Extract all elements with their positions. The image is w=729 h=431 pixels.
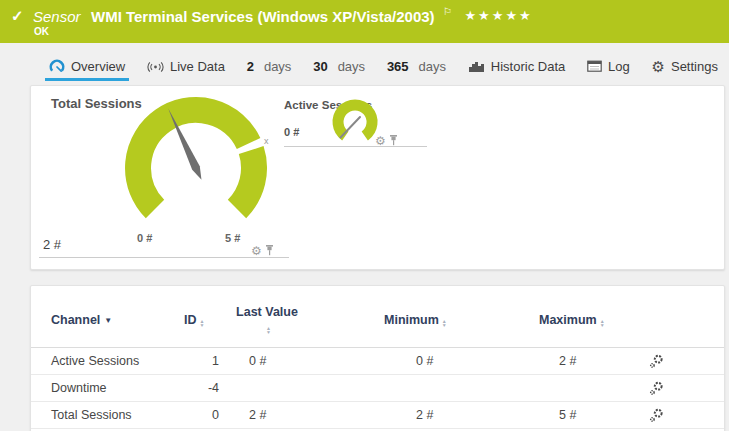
table-row: Downtime -4 — [31, 375, 724, 402]
gear-icon[interactable]: ⚙ — [251, 245, 262, 257]
live-signal-icon — [147, 60, 164, 74]
column-header-maximum[interactable]: Maximum▲▼ — [539, 313, 605, 327]
channel-name-link[interactable]: Total Sessions — [51, 402, 132, 429]
active-sessions-current-value: 0 # — [284, 126, 299, 138]
tab-label: Log — [608, 59, 630, 74]
column-header-last-value[interactable]: Last Value▲▼ — [236, 305, 298, 335]
gauge-icon — [49, 59, 65, 74]
channel-name-link[interactable]: Downtime — [51, 375, 107, 402]
histogram-icon — [468, 60, 485, 73]
channel-last-value: 0 # — [249, 348, 266, 375]
sensor-kind-label: Sensor — [33, 8, 81, 25]
column-header-channel[interactable]: Channel▼ — [51, 313, 112, 327]
channel-name-link[interactable]: Active Sessions — [51, 348, 139, 375]
sort-desc-icon: ▼ — [104, 316, 112, 325]
tab-live-data[interactable]: Live Data — [143, 54, 229, 81]
total-gauge-toolbar: ⚙ — [251, 242, 274, 260]
flag-icon[interactable]: ⚐ — [443, 6, 452, 17]
column-label: Channel — [51, 313, 100, 327]
column-label: Minimum — [384, 313, 439, 327]
check-icon: ✓ — [11, 7, 24, 25]
total-sessions-current-value: 2 # — [43, 237, 61, 252]
channel-last-value: 2 # — [249, 402, 266, 429]
title-row: Sensor WMI Terminal Services (Windows XP… — [33, 6, 533, 26]
tab-overview[interactable]: Overview — [45, 54, 129, 81]
column-header-id[interactable]: ID▲▼ — [184, 313, 204, 327]
tab-settings[interactable]: ⚙ Settings — [648, 54, 722, 81]
tab-number: 365 — [387, 59, 409, 74]
tab-label: Live Data — [170, 59, 225, 74]
column-label: Maximum — [539, 313, 597, 327]
active-gauge-toolbar: ⚙ — [375, 132, 398, 150]
gauge-scale-max: 5 # — [225, 232, 240, 244]
channel-settings-icon[interactable] — [649, 381, 664, 399]
gauge-scale-min: 0 # — [137, 232, 152, 244]
sort-icon: ▲▼ — [266, 326, 271, 334]
tab-30-days[interactable]: 30days — [309, 54, 369, 81]
tab-historic-data[interactable]: Historic Data — [464, 54, 569, 81]
channel-maximum: 5 # — [559, 402, 576, 429]
priority-stars[interactable]: ★★★★★ — [464, 8, 532, 23]
channel-minimum: 0 # — [416, 348, 433, 375]
tab-label: days — [264, 59, 291, 74]
column-label: Last Value — [236, 305, 298, 319]
table-row: Total Sessions 0 2 # 2 # 5 # — [31, 402, 724, 429]
channel-maximum: 2 # — [559, 348, 576, 375]
tab-365-days[interactable]: 365days — [383, 54, 450, 81]
pin-icon[interactable] — [389, 132, 398, 150]
overview-gauges-panel: Total Sessions x 0 # 5 # 2 # ⚙ Active Se… — [30, 85, 725, 270]
table-row: Active Sessions 1 0 # 0 # 2 # — [31, 348, 724, 375]
channel-id: 0 — [181, 402, 219, 429]
column-header-minimum[interactable]: Minimum▲▼ — [384, 313, 447, 327]
sort-icon: ▲▼ — [200, 319, 205, 327]
tab-label: Overview — [71, 59, 125, 74]
channel-id: 1 — [181, 348, 219, 375]
tab-2-days[interactable]: 2days — [243, 54, 296, 81]
tab-number: 30 — [313, 59, 327, 74]
tab-log[interactable]: Log — [583, 54, 634, 81]
channel-settings-icon[interactable] — [649, 354, 664, 372]
sensor-status-header: ✓ Sensor WMI Terminal Services (Windows … — [0, 0, 729, 43]
log-icon — [587, 60, 602, 73]
channel-id: -4 — [181, 375, 219, 402]
tab-number: 2 — [247, 59, 254, 74]
page-title: WMI Terminal Services (Windows XP/Vista/… — [91, 8, 435, 25]
gear-icon: ⚙ — [652, 59, 665, 74]
tab-bar: Overview Live Data 2days 30days 365days — [45, 54, 722, 81]
status-text: OK — [34, 26, 49, 37]
divider — [284, 146, 427, 147]
channel-minimum: 2 # — [416, 402, 433, 429]
column-label: ID — [184, 313, 197, 327]
gauge-max-marker: x — [264, 136, 269, 146]
pin-icon[interactable] — [265, 242, 274, 260]
tab-label: days — [338, 59, 365, 74]
sort-icon: ▲▼ — [442, 319, 447, 327]
sort-icon: ▲▼ — [600, 319, 605, 327]
tab-label: Historic Data — [491, 59, 565, 74]
tab-label: days — [419, 59, 446, 74]
channels-table-panel: Channel▼ ID▲▼ Last Value▲▼ Minimum▲▼ Max… — [30, 285, 725, 431]
total-sessions-gauge: x — [116, 88, 276, 248]
tab-label: Settings — [671, 59, 718, 74]
channel-settings-icon[interactable] — [649, 408, 664, 426]
table-header-row: Channel▼ ID▲▼ Last Value▲▼ Minimum▲▼ Max… — [31, 286, 724, 348]
